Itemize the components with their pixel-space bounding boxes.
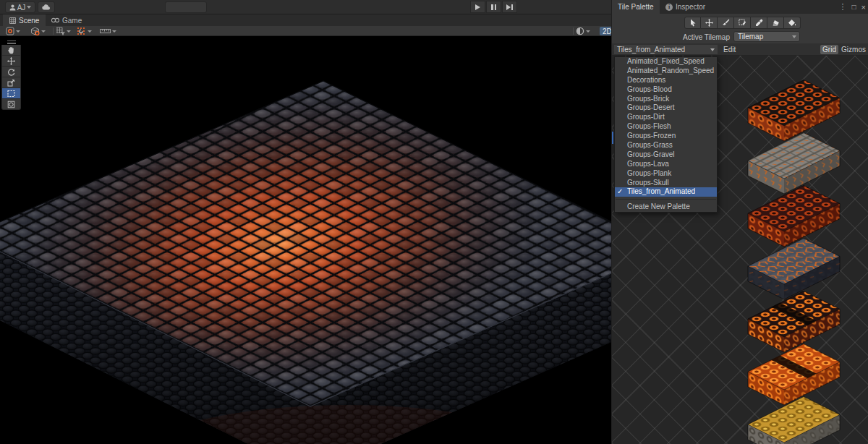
palette-dropdown-item[interactable]: Groups-Grass <box>615 141 717 150</box>
palette-dropdown-item[interactable]: Groups-Brick <box>615 95 717 104</box>
selection-accent <box>612 132 613 144</box>
palette-tile-6[interactable] <box>748 344 840 406</box>
tab-scene-label: Scene <box>19 17 39 25</box>
chevron-down-icon <box>88 30 92 33</box>
eraser-button[interactable] <box>767 17 784 29</box>
rotate-icon <box>7 68 15 76</box>
palette-dropdown-item[interactable]: Groups-Flesh <box>615 122 717 132</box>
active-tilemap-label: Active Tilemap <box>683 33 730 41</box>
box-fill-button[interactable] <box>734 17 751 29</box>
scale-tool-button[interactable] <box>1 77 21 88</box>
bucket-icon <box>788 19 796 27</box>
palette-dropdown-item[interactable]: Groups-Frozen <box>615 132 717 141</box>
chevron-down-icon <box>27 6 31 9</box>
close-icon[interactable]: × <box>861 3 866 12</box>
edit-button[interactable]: Edit <box>720 45 739 54</box>
cloud-icon <box>42 4 51 10</box>
gizmos-button[interactable]: Gizmos <box>840 45 867 54</box>
info-icon: i <box>665 4 673 11</box>
maximize-icon[interactable]: □ <box>852 3 856 11</box>
account-button[interactable]: AJ <box>5 1 35 13</box>
main-toolbar: AJ <box>0 0 611 14</box>
draw-mode-dropdown[interactable] <box>6 27 20 35</box>
tab-scene[interactable]: Scene <box>3 14 46 26</box>
snap-settings-dropdown[interactable] <box>77 27 92 35</box>
transform-tool-button[interactable] <box>1 99 21 110</box>
play-button[interactable] <box>470 1 485 13</box>
palette-tile-4[interactable] <box>748 239 840 300</box>
palette-dropdown-item[interactable]: Groups-Skull <box>615 179 717 188</box>
chevron-down-icon <box>16 30 20 33</box>
play-controls <box>470 1 517 13</box>
tab-inspector[interactable]: iInspector <box>660 0 711 14</box>
palette-dropdown-item[interactable]: Groups-Plank <box>615 169 717 179</box>
palette-dropdown-item[interactable]: Groups-Gravel <box>615 150 717 160</box>
move-tool-button[interactable] <box>1 56 21 67</box>
cloud-button[interactable] <box>38 1 55 13</box>
palette-tile-1[interactable] <box>748 80 840 142</box>
toolbar-empty-button[interactable] <box>165 1 207 13</box>
cursor-icon <box>689 19 697 27</box>
move-selection-button[interactable] <box>701 17 718 29</box>
chevron-down-icon <box>710 48 715 51</box>
dropdown-separator <box>616 199 716 200</box>
palette-selector-dropdown[interactable]: Tiles_from_Animated <box>614 45 718 54</box>
palette-tile-3[interactable] <box>748 186 840 247</box>
scene-grid-icon <box>9 17 16 24</box>
move-icon <box>7 57 15 65</box>
tool-rail <box>1 40 22 110</box>
account-label: AJ <box>17 4 26 12</box>
palette-dropdown-item[interactable]: Groups-Lava <box>615 160 717 169</box>
pause-icon <box>491 4 496 10</box>
menu-dots-icon[interactable]: ⋮ <box>839 2 847 12</box>
grid-toggle-button[interactable]: Grid <box>820 45 838 54</box>
move-cross-icon <box>705 19 713 27</box>
fill-bucket-button[interactable] <box>784 17 801 29</box>
palette-dropdown-item[interactable]: Groups-Dirt <box>615 113 717 122</box>
window-controls: ⋮ □ × <box>839 0 866 14</box>
hand-icon <box>7 46 15 54</box>
mode-2d-label: 2D <box>603 27 612 35</box>
scene-view-toolbar: 2D <box>0 26 611 36</box>
palette-dropdown-item[interactable]: Animated_Random_Speed <box>615 67 717 76</box>
paintbrush-button[interactable] <box>718 17 734 29</box>
rotate-tool-button[interactable] <box>1 67 21 77</box>
palette-dropdown-item[interactable]: ✓Tiles_from_Animated <box>615 187 717 197</box>
hand-tool-button[interactable] <box>1 45 21 56</box>
scene-viewport[interactable] <box>0 36 611 444</box>
tab-game[interactable]: Game <box>45 14 88 26</box>
person-icon <box>9 4 16 11</box>
rect-tool-button[interactable] <box>1 88 21 99</box>
tile-palette-toolbar <box>684 17 801 29</box>
cube-icon <box>30 27 40 35</box>
view-tab-bar: Scene Game <box>0 14 611 26</box>
pause-button[interactable] <box>486 1 501 13</box>
palette-tile-7[interactable] <box>748 397 840 444</box>
render-doc-dropdown[interactable] <box>576 27 590 35</box>
step-button[interactable] <box>502 1 517 13</box>
measure-dropdown[interactable] <box>100 27 116 35</box>
active-tilemap-value: Tilemap <box>738 33 763 40</box>
active-tilemap-dropdown[interactable]: Tilemap <box>733 31 800 42</box>
palette-tile-5[interactable] <box>748 291 840 353</box>
picker-button[interactable] <box>751 17 767 29</box>
chevron-down-icon <box>41 30 46 33</box>
checkmark-icon: ✓ <box>617 187 623 197</box>
platform-top-face <box>0 72 611 444</box>
palette-tile-2[interactable] <box>748 133 840 195</box>
chevron-down-icon <box>112 30 116 33</box>
sphere-icon <box>576 27 584 35</box>
scale-icon <box>7 79 15 87</box>
palette-dropdown-item[interactable]: Animated_Fixed_Speed <box>615 57 717 67</box>
create-new-palette-item[interactable]: Create New Palette <box>615 202 717 212</box>
grid-axis-dropdown[interactable] <box>56 27 71 35</box>
tab-tile-palette-label: Tile Palette <box>618 3 654 11</box>
palette-dropdown-item[interactable]: Groups-Blood <box>615 85 717 95</box>
rail-drag-handle[interactable] <box>7 40 16 44</box>
grid-label: Grid <box>822 46 836 54</box>
palette-dropdown-item[interactable]: Groups-Desert <box>615 103 717 113</box>
tab-tile-palette[interactable]: Tile Palette <box>612 0 660 14</box>
select-tool-button[interactable] <box>684 17 701 29</box>
palette-dropdown-item[interactable]: Decorations <box>615 76 717 85</box>
scene-visibility-dropdown[interactable] <box>30 27 46 35</box>
